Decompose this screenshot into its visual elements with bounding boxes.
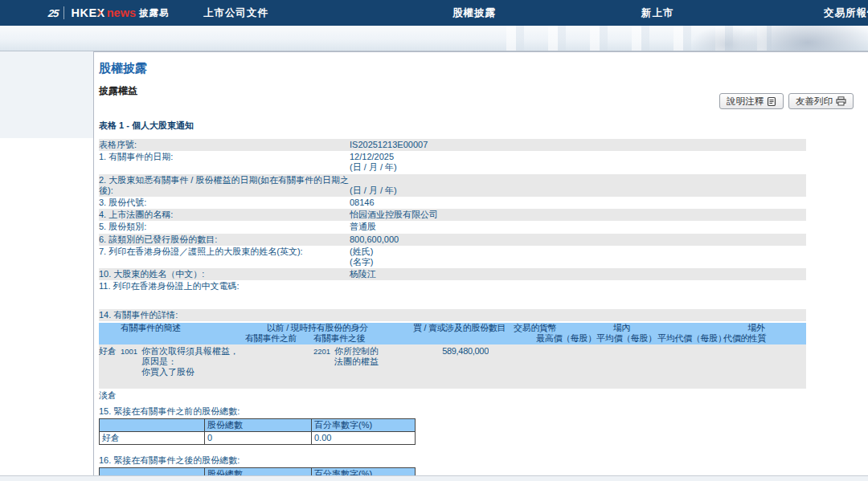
field-value: (日 / 月 / 年) [350, 185, 806, 196]
col-before-event: 有關事件之前 [245, 333, 313, 344]
nav-item-new-listings[interactable]: 新上市 [641, 0, 674, 26]
form-row-issued-shares: 6. 該類別的已發行股份的數目: 800,600,000 [99, 234, 806, 246]
form-row-aware-date: 2. 大股東知悉有關事件 / 股份權益的日期(如在有關事件的日期之後): (日 … [99, 174, 806, 197]
explanatory-notes-button[interactable]: 說明注釋 [719, 93, 784, 109]
total-shares-before: 0 [205, 431, 312, 444]
anniversary-25-icon: 25 [47, 7, 59, 19]
col-average-price: 平均價（每股） [596, 333, 657, 344]
col-after-event: 有關事件之後 [313, 333, 391, 344]
field-label: 10. 大股東的姓名（中文）: [99, 269, 350, 279]
news-wordmark: news [107, 6, 136, 19]
details-table-header: 有關事件的簡述 以前 / 現時持有股份的身分 買 / 賣或涉及的股份數目 交易的… [99, 323, 806, 344]
action-buttons: 說明注釋 友善列印 [719, 93, 854, 109]
logo-divider [63, 6, 64, 19]
details-heading: 14. 有關事件的詳情: [99, 309, 806, 321]
field-label: 7. 列印在香港身份證／護照上的大股東的姓名(英文): [99, 247, 350, 267]
col-percentage: 百分率數字(%) [312, 418, 416, 431]
col-event-description: 有關事件的簡述 [99, 323, 267, 334]
field-value: 12/12/2025 (日 / 月 / 年) [350, 152, 806, 173]
col-total-shares: 股份總數 [205, 418, 312, 431]
shares-involved-value: 589,480,000 [391, 346, 489, 378]
page-subtitle: 披露權益 [99, 84, 806, 98]
field-value [350, 281, 806, 291]
field-value: 杨陵江 [350, 269, 806, 279]
col-on-market: 場內 [561, 323, 682, 334]
col-shares-involved: 買 / 賣或涉及的股份數目 [413, 323, 510, 334]
capacity-after-code: 2201 [313, 346, 334, 378]
capacity-after-text: 你所控制的法團的權益 [334, 346, 386, 378]
top-nav: 25 HKEXX news 披露易 上市公司文件 股權披露 新上市 交易所報告 [0, 0, 868, 26]
field-label: 4. 上市法團的名稱: [99, 210, 350, 220]
section15-table: 股份總數 百分率數字(%) 好倉 0 0.00 [99, 418, 416, 445]
field-value: 08146 [350, 198, 806, 208]
form-title: 表格 1 - 個人大股東通知 [99, 120, 806, 132]
details-table: 有關事件的簡述 以前 / 現時持有股份的身分 買 / 賣或涉及的股份數目 交易的… [99, 323, 806, 403]
blank-header-cell [100, 418, 205, 431]
form-rows: 表格序號: IS20251213E00007 1. 有關事件的日期: 12/12… [99, 139, 806, 293]
field-label: 5. 股份類別: [99, 222, 350, 232]
form-row-name-chinese: 10. 大股東的姓名（中文）: 杨陵江 [99, 268, 806, 280]
field-value: 普通股 [350, 222, 806, 232]
nav-item-exchange-reports[interactable]: 交易所報告 [824, 0, 868, 26]
hkex-x-icon: XX [97, 6, 105, 19]
field-label: 11. 列印在香港身份證上的中文電碼: [99, 281, 350, 291]
page-banner [0, 26, 868, 51]
form-row-corporation-name: 4. 上市法團的名稱: 怡园酒业控股有限公司 [99, 209, 806, 221]
nav-item-disclosure-of-interests[interactable]: 股權披露 [452, 0, 496, 26]
section15-heading: 15. 緊接在有關事件之前的股份總數: [99, 406, 806, 418]
short-position-row: 淡倉 [99, 389, 806, 402]
content-card: 股權披露 披露權益 表格 1 - 個人大股東通知 表格序號: IS2025121… [93, 51, 868, 476]
hkexnews-logo[interactable]: 25 HKEXX news 披露易 [48, 0, 170, 26]
col-nature-consideration: 代價的性質 [723, 333, 805, 344]
logo-chinese-label: 披露易 [139, 7, 170, 19]
event-text: 你首次取得須具報權益，原因是： 你買入了股份 [141, 346, 244, 378]
form-row-share-class: 5. 股份類別: 普通股 [99, 221, 806, 233]
percentage-before: 0.00 [312, 431, 416, 444]
form-row-serial: 表格序號: IS20251213E00007 [99, 139, 806, 151]
field-value: 800,600,000 [350, 234, 806, 245]
nav-item-listed-company-documents[interactable]: 上市公司文件 [203, 0, 268, 26]
col-avg-consideration: 平均代價（每股） [657, 333, 723, 344]
col-off-market: 場外 [682, 323, 830, 334]
explanatory-notes-label: 說明注釋 [727, 96, 764, 108]
field-value: (姓氏) (名字) [350, 247, 806, 267]
field-label: 6. 該類別的已發行股份的數目: [99, 234, 350, 245]
printer-friendly-label: 友善列印 [796, 96, 833, 108]
field-label: 2. 大股東知悉有關事件 / 股份權益的日期(如在有關事件的日期之後): [99, 175, 350, 196]
form-row-event-date: 1. 有關事件的日期: 12/12/2025 (日 / 月 / 年) [99, 151, 806, 173]
col-capacity: 以前 / 現時持有股份的身分 [267, 323, 413, 334]
col-currency: 交易的貨幣 [510, 323, 561, 334]
form-row-ccc-code: 11. 列印在香港身份證上的中文電碼: [99, 280, 806, 292]
long-position-row: 好倉 1001 你首次取得須具報權益，原因是： 你買入了股份 2201 你所控制… [99, 344, 806, 389]
hkex-wordmark: HKEXX [71, 6, 104, 19]
field-value: 怡园酒业控股有限公司 [350, 210, 806, 220]
field-value: IS20251213E00007 [350, 140, 806, 150]
page-title: 股權披露 [99, 61, 806, 76]
col-highest-price: 最高價（每股） [536, 333, 596, 344]
field-label: 表格序號: [99, 140, 350, 150]
section16-heading: 16. 緊接在有關事件之後的股份總數: [99, 455, 806, 467]
banner-image-statue [739, 26, 868, 51]
notes-icon [767, 96, 776, 107]
form-row-stock-code: 3. 股份代號: 08146 [99, 197, 806, 209]
printer-icon [836, 96, 846, 106]
form-row-name-english: 7. 列印在香港身份證／護照上的大股東的姓名(英文): (姓氏) (名字) [99, 246, 806, 268]
field-label: 3. 股份代號: [99, 198, 350, 208]
footer-strip [0, 475, 868, 481]
field-label: 1. 有關事件的日期: [99, 152, 350, 173]
printer-friendly-button[interactable]: 友善列印 [788, 93, 854, 109]
event-code: 1001 [121, 346, 141, 378]
position-marker: 好倉 [99, 346, 121, 378]
row-label: 好倉 [100, 431, 205, 444]
